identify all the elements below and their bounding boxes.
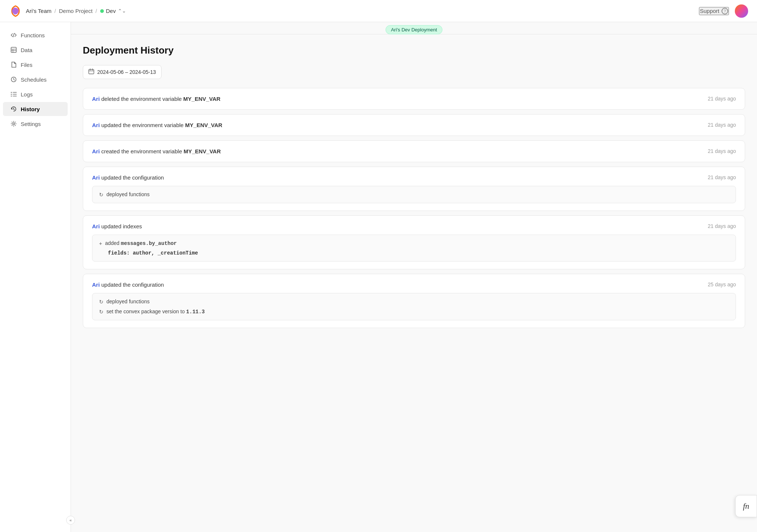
plus-icon: + [99, 241, 102, 246]
collapse-sidebar-button[interactable]: « [66, 516, 75, 525]
active-tab[interactable]: Ari's Dev Deployment [386, 25, 443, 34]
entry-text: Ari updated the environment variable MY_… [92, 122, 222, 128]
entry-text: Ari updated the configuration [92, 282, 164, 288]
sidebar-item-data[interactable]: Data [3, 43, 68, 57]
logs-label: Logs [21, 91, 33, 98]
env-toggle-icon[interactable]: ⌃⌄ [118, 8, 126, 14]
entry-variable: MY_ENV_VAR [185, 122, 223, 128]
entry-header: Ari deleted the environment variable MY_… [92, 96, 736, 102]
file-icon [10, 61, 17, 68]
refresh-icon: ↻ [99, 299, 103, 305]
detail-text: added messages.by_author [105, 240, 177, 246]
main-layout: Functions Data [0, 22, 757, 532]
history-entry-5: Ari updated indexes 21 days ago + added … [83, 215, 745, 269]
date-range-picker[interactable]: 2024-05-06 – 2024-05-13 [83, 65, 162, 79]
detail-item: + added messages.by_author [99, 240, 729, 246]
entry-user[interactable]: Ari [92, 282, 100, 288]
history-entry-1: Ari deleted the environment variable MY_… [83, 88, 745, 110]
entry-text: Ari updated indexes [92, 223, 142, 229]
project-name[interactable]: Demo Project [59, 8, 92, 14]
sep1: / [54, 8, 56, 14]
support-icon: ? [722, 8, 728, 14]
entry-header: Ari updated the configuration 21 days ag… [92, 174, 736, 181]
table-icon [10, 47, 17, 53]
env-name: Dev [106, 8, 116, 14]
sidebar: Functions Data [0, 22, 71, 532]
refresh-icon: ↻ [99, 309, 103, 315]
entry-time: 25 days ago [708, 282, 736, 287]
entry-details: ↻ deployed functions [92, 186, 736, 203]
sidebar-item-history[interactable]: History [3, 102, 68, 116]
refresh-icon: ↻ [99, 192, 103, 198]
entry-time: 21 days ago [708, 148, 736, 154]
top-navigation: Ari's Team / Demo Project / Dev ⌃⌄ Suppo… [0, 0, 757, 22]
fn-label: fn [743, 501, 749, 511]
detail-text: deployed functions [106, 299, 150, 304]
team-name[interactable]: Ari's Team [26, 8, 51, 14]
support-button[interactable]: Support ? [699, 7, 729, 15]
entry-header: Ari updated the configuration 25 days ag… [92, 282, 736, 288]
history-entry-3: Ari created the environment variable MY_… [83, 140, 745, 162]
entry-action: deleted the environment variable [101, 96, 183, 102]
entry-details: + added messages.by_author fields: autho… [92, 235, 736, 262]
entry-details: ↻ deployed functions ↻ set the convex pa… [92, 293, 736, 320]
nav-right: Support ? [699, 4, 748, 18]
detail-item-version: ↻ set the convex package version to 1.11… [99, 308, 729, 315]
data-label: Data [21, 47, 33, 53]
sep2: / [95, 8, 97, 14]
clock-icon [10, 76, 17, 83]
list-icon [10, 91, 17, 98]
history-entry-4: Ari updated the configuration 21 days ag… [83, 167, 745, 211]
files-label: Files [21, 62, 33, 68]
env-status-dot [100, 9, 104, 13]
entry-user[interactable]: Ari [92, 122, 100, 128]
code-icon [10, 32, 17, 38]
support-label: Support [700, 8, 719, 14]
sidebar-item-settings[interactable]: Settings [3, 117, 68, 131]
history-list: Ari deleted the environment variable MY_… [83, 88, 745, 332]
entry-time: 21 days ago [708, 223, 736, 229]
entry-time: 21 days ago [708, 96, 736, 102]
entry-header: Ari created the environment variable MY_… [92, 148, 736, 154]
app-container: Ari's Team / Demo Project / Dev ⌃⌄ Suppo… [0, 0, 757, 532]
entry-action: updated the environment variable [101, 122, 185, 128]
settings-label: Settings [21, 121, 41, 127]
svg-rect-13 [89, 69, 94, 74]
svg-point-12 [13, 123, 15, 125]
sidebar-item-schedules[interactable]: Schedules [3, 72, 68, 86]
fields-text: fields: author, _creationTime [99, 250, 729, 256]
entry-user[interactable]: Ari [92, 96, 100, 102]
calendar-icon [88, 68, 94, 76]
entry-variable: MY_ENV_VAR [183, 96, 221, 102]
env-selector[interactable]: Dev ⌃⌄ [100, 8, 126, 14]
page-content: Deployment History 2024-05-06 – 2024-05-… [71, 34, 757, 343]
entry-action: updated indexes [101, 223, 142, 229]
fn-badge[interactable]: fn [735, 495, 757, 517]
main-content: Ari's Dev Deployment Deployment History [71, 22, 757, 532]
nav-left: Ari's Team / Demo Project / Dev ⌃⌄ [9, 4, 126, 18]
entry-header: Ari updated the environment variable MY_… [92, 122, 736, 128]
settings-icon [10, 120, 17, 127]
sidebar-item-files[interactable]: Files [3, 58, 68, 72]
sidebar-item-functions[interactable]: Functions [3, 28, 68, 42]
sidebar-item-logs[interactable]: Logs [3, 87, 68, 101]
entry-user[interactable]: Ari [92, 223, 100, 229]
entry-variable: MY_ENV_VAR [184, 148, 221, 154]
history-label: History [21, 106, 40, 112]
schedules-label: Schedules [21, 76, 47, 83]
entry-action: updated the configuration [101, 282, 164, 288]
user-avatar[interactable] [735, 4, 748, 18]
history-entry-2: Ari updated the environment variable MY_… [83, 114, 745, 136]
entry-time: 21 days ago [708, 122, 736, 128]
detail-text: set the convex package version to 1.11.3 [106, 308, 205, 315]
entry-user[interactable]: Ari [92, 174, 100, 181]
logo-icon[interactable] [9, 4, 22, 18]
entry-time: 21 days ago [708, 174, 736, 180]
entry-user[interactable]: Ari [92, 148, 100, 154]
entry-text: Ari updated the configuration [92, 174, 164, 181]
detail-item-deploy: ↻ deployed functions [99, 299, 729, 305]
detail-item: ↻ deployed functions [99, 191, 729, 198]
tab-label: Ari's Dev Deployment [391, 27, 437, 33]
entry-text: Ari created the environment variable MY_… [92, 148, 221, 154]
page-title: Deployment History [83, 45, 745, 56]
